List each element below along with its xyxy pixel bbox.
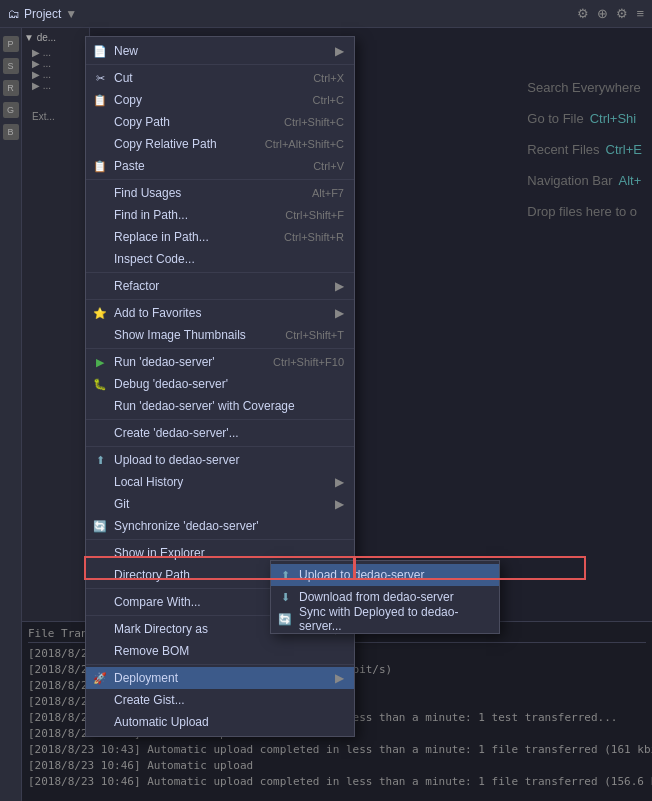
replace-in-path-label: Replace in Path... — [114, 230, 209, 244]
settings-icon[interactable]: ⚙ — [616, 6, 628, 21]
cut-icon: ✂ — [92, 70, 108, 86]
debug-label: Debug 'dedao-server' — [114, 377, 228, 391]
separator-7 — [86, 446, 354, 447]
git-arrow: ▶ — [335, 497, 344, 511]
show-thumbnails-label: Show Image Thumbnails — [114, 328, 246, 342]
compare-icon — [92, 594, 108, 610]
mark-dir-icon — [92, 621, 108, 637]
tree-item-1: ▶ ... — [32, 47, 87, 58]
menu-item-find-usages[interactable]: Find Usages Alt+F7 — [86, 182, 354, 204]
project-label: Project — [24, 7, 61, 21]
separator-2 — [86, 179, 354, 180]
local-history-icon — [92, 474, 108, 490]
menu-item-copy-path[interactable]: Copy Path Ctrl+Shift+C — [86, 111, 354, 133]
sidebar-icon-4[interactable]: G — [3, 102, 19, 118]
gear-icon[interactable]: ⚙ — [577, 6, 589, 21]
upload-icon: ⬆ — [92, 452, 108, 468]
refactor-arrow: ▶ — [335, 279, 344, 293]
separator-11 — [86, 664, 354, 665]
menu-item-show-thumbnails[interactable]: Show Image Thumbnails Ctrl+Shift+T — [86, 324, 354, 346]
download-dedao-label: Download from dedao-server — [299, 590, 454, 604]
menu-item-inspect-code[interactable]: Inspect Code... — [86, 248, 354, 270]
sidebar-icon-5[interactable]: B — [3, 124, 19, 140]
auto-upload-icon — [92, 714, 108, 730]
menu-item-replace-in-path[interactable]: Replace in Path... Ctrl+Shift+R — [86, 226, 354, 248]
log-line-9: [2018/8/23 10:46] Automatic upload compl… — [28, 774, 646, 790]
project-icon: 🗂 — [8, 7, 20, 21]
menu-item-copy-relative[interactable]: Copy Relative Path Ctrl+Alt+Shift+C — [86, 133, 354, 155]
coverage-icon — [92, 398, 108, 414]
menu-item-upload[interactable]: ⬆ Upload to dedao-server — [86, 449, 354, 471]
right-info-panel: Search Everywhere Go to File Ctrl+Shi Re… — [527, 80, 642, 219]
copy-relative-label: Copy Relative Path — [114, 137, 217, 151]
inspect-code-label: Inspect Code... — [114, 252, 195, 266]
favorites-arrow: ▶ — [335, 306, 344, 320]
sidebar-icon-1[interactable]: P — [3, 36, 19, 52]
create-label: Create 'dedao-server'... — [114, 426, 239, 440]
menu-item-create-gist[interactable]: Create Gist... — [86, 689, 354, 711]
download-dedao-icon: ⬇ — [277, 589, 293, 605]
log-line-8: [2018/8/23 10:46] Automatic upload — [28, 758, 646, 774]
menu-item-remove-bom[interactable]: Remove BOM — [86, 640, 354, 662]
go-to-file-shortcut: Ctrl+Shi — [590, 111, 637, 126]
menu-item-local-history[interactable]: Local History ▶ — [86, 471, 354, 493]
menu-item-find-in-path[interactable]: Find in Path... Ctrl+Shift+F — [86, 204, 354, 226]
drop-files-label: Drop files here to o — [527, 204, 637, 219]
menu-item-refactor[interactable]: Refactor ▶ — [86, 275, 354, 297]
menu-item-cut[interactable]: ✂ Cut Ctrl+X — [86, 67, 354, 89]
tree-item-2: ▶ ... — [32, 58, 87, 69]
copy-shortcut: Ctrl+C — [313, 94, 344, 106]
sync-icon: 🔄 — [92, 518, 108, 534]
remove-bom-icon — [92, 643, 108, 659]
menu-item-git[interactable]: Git ▶ — [86, 493, 354, 515]
find-in-path-label: Find in Path... — [114, 208, 188, 222]
synchronize-label: Synchronize 'dedao-server' — [114, 519, 259, 533]
paste-icon: 📋 — [92, 158, 108, 174]
plus-icon[interactable]: ⊕ — [597, 6, 608, 21]
inspect-code-icon — [92, 251, 108, 267]
menu-item-add-favorites[interactable]: ⭐ Add to Favorites ▶ — [86, 302, 354, 324]
upload-label: Upload to dedao-server — [114, 453, 239, 467]
run-label: Run 'dedao-server' — [114, 355, 215, 369]
paste-label: Paste — [114, 159, 145, 173]
toolbar-title: 🗂 Project ▼ — [8, 7, 77, 21]
debug-icon: 🐛 — [92, 376, 108, 392]
separator-5 — [86, 348, 354, 349]
paste-shortcut: Ctrl+V — [313, 160, 344, 172]
run-shortcut: Ctrl+Shift+F10 — [273, 356, 344, 368]
automatic-upload-label: Automatic Upload — [114, 715, 209, 729]
menu-icon[interactable]: ≡ — [636, 6, 644, 21]
menu-item-copy[interactable]: 📋 Copy Ctrl+C — [86, 89, 354, 111]
thumbnails-icon — [92, 327, 108, 343]
sidebar-icon-2[interactable]: S — [3, 58, 19, 74]
sidebar-icon-3[interactable]: R — [3, 80, 19, 96]
menu-item-synchronize[interactable]: 🔄 Synchronize 'dedao-server' — [86, 515, 354, 537]
separator-8 — [86, 539, 354, 540]
search-everywhere-label: Search Everywhere — [527, 80, 640, 95]
menu-item-debug[interactable]: 🐛 Debug 'dedao-server' — [86, 373, 354, 395]
compare-label: Compare With... — [114, 595, 201, 609]
deployment-icon: 🚀 — [92, 670, 108, 686]
submenu-item-sync[interactable]: 🔄 Sync with Deployed to dedao-server... — [271, 608, 499, 630]
project-tree: ▶ ... ▶ ... ▶ ... ▶ ... Ext... — [24, 47, 87, 122]
menu-item-run[interactable]: ▶ Run 'dedao-server' Ctrl+Shift+F10 — [86, 351, 354, 373]
replace-in-path-shortcut: Ctrl+Shift+R — [284, 231, 344, 243]
gist-icon — [92, 692, 108, 708]
separator-1 — [86, 64, 354, 65]
drop-files-hint: Drop files here to o — [527, 204, 642, 219]
favorites-icon: ⭐ — [92, 305, 108, 321]
menu-item-new[interactable]: 📄 New ▶ — [86, 40, 354, 62]
submenu-item-upload[interactable]: ⬆ Upload to dedao-server — [271, 564, 499, 586]
separator-4 — [86, 299, 354, 300]
create-gist-label: Create Gist... — [114, 693, 185, 707]
menu-item-create[interactable]: Create 'dedao-server'... — [86, 422, 354, 444]
menu-item-paste[interactable]: 📋 Paste Ctrl+V — [86, 155, 354, 177]
thumbnails-shortcut: Ctrl+Shift+T — [285, 329, 344, 341]
menu-item-run-coverage[interactable]: Run 'dedao-server' with Coverage — [86, 395, 354, 417]
project-root: ▼ de... — [24, 32, 87, 43]
menu-item-automatic-upload[interactable]: Automatic Upload — [86, 711, 354, 733]
menu-item-deployment[interactable]: 🚀 Deployment ▶ — [86, 667, 354, 689]
deployment-arrow: ▶ — [335, 671, 344, 685]
dropdown-icon: ▼ — [65, 7, 77, 21]
search-everywhere-hint: Search Everywhere — [527, 80, 642, 95]
